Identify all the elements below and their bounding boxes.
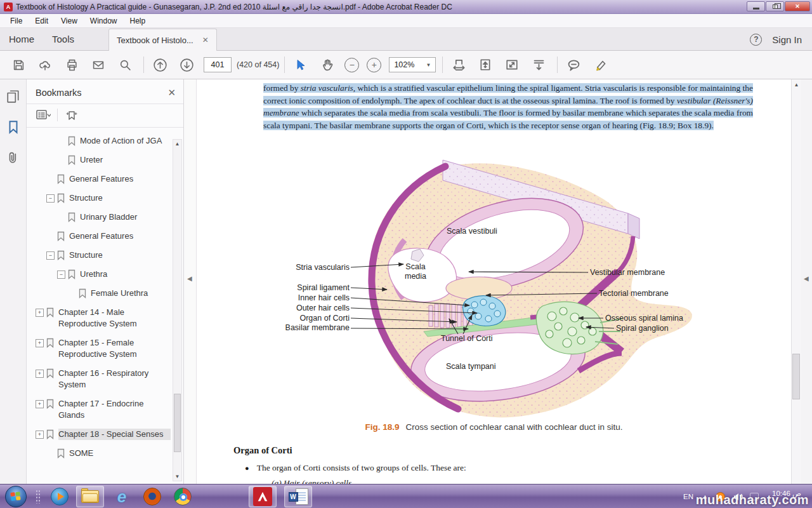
tab-close-icon[interactable]: ✕ (202, 36, 209, 44)
fit-width-button[interactable] (449, 55, 468, 74)
bookmark-item[interactable]: General Features (30, 173, 171, 185)
doc-scroll-up-icon[interactable]: ▲ (792, 82, 801, 88)
bookmark-item[interactable]: Ureter (30, 154, 171, 166)
expander-icon[interactable]: + (36, 370, 44, 378)
taskbar-firefox[interactable] (138, 486, 166, 507)
menu-file[interactable]: File (4, 15, 29, 27)
bullet-text: The organ of Corti consists of two group… (257, 463, 466, 472)
fit-page-button[interactable] (476, 55, 495, 74)
hand-tool-button[interactable] (318, 55, 337, 74)
document-scrollbar-thumb[interactable] (792, 354, 800, 399)
close-button[interactable]: ✕ (785, 1, 810, 11)
new-bookmark-icon (64, 108, 79, 122)
zoom-in-button[interactable]: + (367, 58, 381, 72)
label-inner-hair-cells: Inner hair cells (273, 293, 350, 302)
document-scrollbar[interactable]: ▲ (791, 79, 801, 484)
expander-icon[interactable]: + (36, 339, 44, 347)
expander-icon[interactable]: + (36, 400, 44, 408)
bookmark-label: Chapter 16 - Respiratory System (58, 368, 171, 391)
upload-cloud-icon (39, 59, 51, 71)
start-button[interactable] (5, 486, 27, 507)
taskbar-internet-explorer[interactable]: e (108, 486, 136, 507)
bookmark-item[interactable]: +Chapter 14 - Male Reproductive System (30, 307, 171, 330)
bookmarks-panel-icon[interactable] (7, 120, 20, 134)
hand-icon (321, 58, 334, 71)
search-button[interactable] (115, 55, 134, 74)
menu-help[interactable]: Help (124, 15, 152, 27)
zoom-out-button[interactable]: − (344, 58, 359, 72)
panel-scrollbar-thumb[interactable] (174, 394, 181, 452)
bookmark-item[interactable]: +Chapter 16 - Respiratory System (30, 368, 171, 391)
attachments-icon[interactable] (6, 150, 20, 164)
bookmark-item[interactable]: Female Urethra (30, 288, 171, 299)
label-scala-vestibuli: Scala vestibuli (447, 227, 497, 236)
bookmark-item[interactable]: General Features (30, 231, 171, 242)
share-upload-button[interactable] (36, 55, 55, 74)
print-button[interactable] (62, 55, 81, 74)
language-indicator[interactable]: EN (683, 493, 693, 500)
save-button[interactable] (9, 55, 28, 74)
taskbar-word[interactable]: W (284, 486, 312, 507)
taskbar-chrome[interactable] (169, 486, 197, 507)
internet-explorer-icon: e (117, 488, 126, 505)
menu-window[interactable]: Window (84, 15, 124, 27)
menu-view[interactable]: View (55, 15, 84, 27)
scroll-down-icon[interactable]: ▼ (173, 474, 181, 479)
bookmark-item[interactable]: −Structure (30, 250, 171, 261)
bookmark-item[interactable]: +Chapter 15 - Female Reproductive System (30, 337, 171, 360)
scrolling-mode-button[interactable] (529, 55, 548, 74)
collapse-panel-icon[interactable]: ◀ (187, 275, 192, 282)
bookmark-icon (56, 448, 65, 458)
email-button[interactable] (89, 55, 108, 74)
tab-home[interactable]: Home (0, 29, 43, 50)
scroll-up-icon[interactable]: ▲ (173, 141, 181, 147)
panel-scrollbar[interactable]: ▲ ▼ (173, 139, 182, 481)
previous-page-button[interactable] (150, 55, 169, 74)
bookmark-item[interactable]: +Chapter 18 - Special Senses (30, 429, 171, 440)
zoom-level-select[interactable]: 102% ▼ (389, 57, 436, 72)
bookmark-item[interactable]: SOME (30, 448, 171, 459)
scroll-mode-icon (532, 58, 546, 72)
highlight-button[interactable] (591, 55, 610, 74)
expander-icon[interactable]: − (46, 251, 55, 260)
sign-in-button[interactable]: Sign In (772, 34, 802, 45)
next-page-button[interactable] (177, 55, 196, 74)
bookmark-item[interactable]: −Urethra (30, 269, 171, 280)
bookmark-options-button[interactable] (36, 109, 51, 121)
label-organ-of-corti: Organ of Corti (273, 314, 350, 323)
taskbar-explorer[interactable] (76, 486, 104, 507)
panel-close-icon[interactable]: ✕ (167, 87, 176, 98)
taskbar-acrobat[interactable] (249, 486, 277, 507)
expander-icon[interactable]: − (57, 271, 65, 279)
expander-icon[interactable]: + (36, 431, 44, 439)
restore-button[interactable] (766, 1, 784, 11)
envelope-icon (92, 59, 105, 71)
expander-icon[interactable]: − (46, 194, 55, 203)
bookmark-item[interactable]: Urinary Bladder (30, 211, 171, 223)
page-number-input[interactable]: 401 (204, 57, 232, 72)
expander-icon[interactable]: + (36, 309, 44, 317)
taskbar-media-player[interactable] (46, 486, 74, 507)
panel-splitter[interactable]: ◀ (184, 79, 197, 484)
label-basilar-membrane: Basilar membrane (273, 323, 350, 332)
help-icon[interactable]: ? (750, 34, 762, 46)
fullscreen-button[interactable] (502, 55, 521, 74)
new-bookmark-button[interactable] (64, 108, 79, 122)
tab-tools[interactable]: Tools (43, 29, 83, 50)
bookmark-item[interactable]: Mode of Action of JGA (30, 135, 171, 147)
page-thumbnails-icon[interactable] (6, 90, 20, 104)
zoom-level-value: 102% (394, 60, 414, 69)
minimize-button[interactable] (747, 1, 765, 11)
comment-button[interactable] (564, 55, 583, 74)
figure-caption-tag: Fig. 18.9 (365, 422, 399, 432)
tab-document[interactable]: Textbook of Histolo... ✕ (108, 29, 217, 51)
bookmark-item[interactable]: −Structure (30, 192, 171, 204)
document-page[interactable]: formed by stria vascularis, which is a s… (197, 79, 791, 484)
taskbar-separator (36, 490, 41, 504)
collapse-right-panel-icon[interactable]: ◀ (804, 275, 809, 282)
bookmark-item[interactable]: +Chapter 17 - Endocrine Glands (30, 398, 171, 421)
menu-edit[interactable]: Edit (29, 15, 55, 27)
select-tool-button[interactable] (291, 55, 310, 74)
menu-bar: File Edit View Window Help (0, 14, 812, 28)
bookmark-label: Structure (69, 192, 171, 204)
